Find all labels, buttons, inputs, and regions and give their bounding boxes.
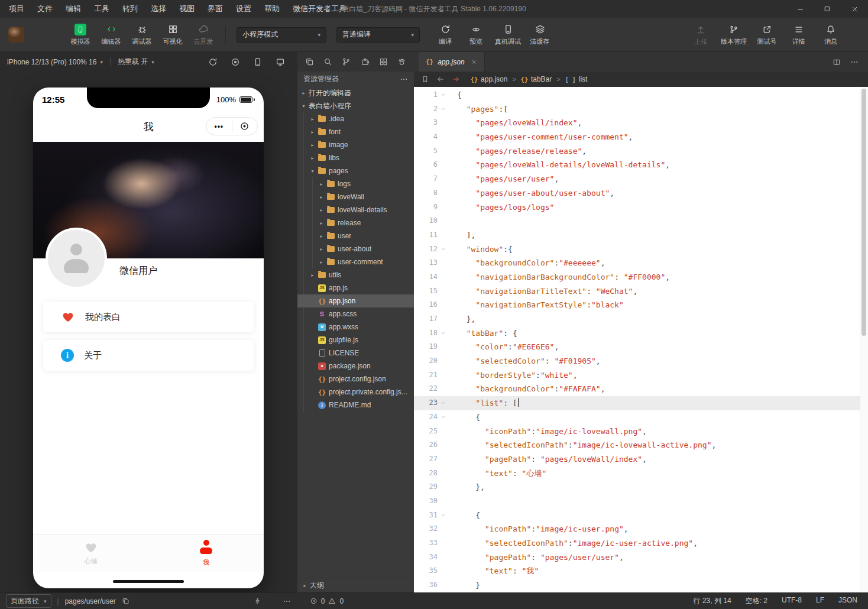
menu-item[interactable]: 项目 — [2, 0, 31, 18]
tab-app-json[interactable]: {} app.json — [419, 52, 485, 72]
file-item[interactable]: JSgulpfile.js — [297, 333, 414, 346]
file-item[interactable]: npackage.json — [297, 359, 414, 372]
code-line[interactable]: 25 "iconPath":"image/ic-lovewall.png", — [414, 425, 860, 439]
profile-avatar[interactable] — [46, 228, 107, 289]
paw-icon[interactable] — [397, 57, 406, 66]
code-line[interactable]: 7 "pages/user/user", — [414, 172, 860, 186]
editor-button[interactable]: 编辑器 — [98, 21, 125, 49]
code-line[interactable]: 6 "pages/loveWall-details/loveWall-detai… — [414, 158, 860, 172]
folder-item[interactable]: ▸user-about — [297, 242, 414, 255]
messages-button[interactable]: 消息 — [817, 21, 844, 49]
fold-toggle-icon[interactable] — [438, 88, 449, 102]
tab-me[interactable]: 我 — [148, 535, 264, 572]
menu-item[interactable]: 编辑 — [59, 0, 88, 18]
code-line[interactable]: 36 } — [414, 578, 860, 592]
file-item[interactable]: Wapp.wxss — [297, 320, 414, 333]
code-line[interactable]: 12 "window":{ — [414, 242, 860, 257]
code-line[interactable]: 27 "pagePath": "pages/loveWall/index", — [414, 452, 860, 467]
code-editor[interactable]: 1{2 "pages":[3 "pages/loveWall/index",4 … — [414, 87, 868, 592]
code-line[interactable]: 34 "pagePath": "pages/user/user", — [414, 550, 860, 565]
more-menu-icon[interactable]: ••• — [206, 122, 232, 131]
source-control-icon[interactable] — [342, 57, 351, 66]
code-line[interactable]: 8 "pages/user-about/user-about", — [414, 186, 860, 200]
folder-item[interactable]: ▸loveWall-details — [297, 203, 414, 216]
visual-button[interactable]: 可视化 — [159, 21, 186, 49]
cloud-dev-button[interactable]: 云开发 — [190, 21, 217, 49]
cursor-position[interactable]: 行 23, 列 14 — [694, 596, 731, 606]
code-line[interactable]: 32 "iconPath":"image/ic-user.png", — [414, 522, 860, 536]
device-select[interactable]: iPhone 12/13 (Pro) 100% 16 ▾ — [7, 58, 103, 66]
widgets-icon[interactable] — [379, 57, 388, 66]
folder-item[interactable]: ▾pages — [297, 164, 414, 177]
editor-more-icon[interactable] — [850, 58, 859, 66]
code-line[interactable]: 30 — [414, 494, 860, 508]
file-item[interactable]: Sapp.scss — [297, 307, 414, 320]
code-line[interactable]: 13 "backgroundColor":"#eeeeee", — [414, 256, 860, 270]
code-line[interactable]: 14 "navigationBarBackgroundColor": "#FF0… — [414, 270, 860, 284]
tree-section[interactable]: ▸打开的编辑器 — [297, 86, 414, 99]
folder-item[interactable]: ▸font — [297, 125, 414, 138]
copy-path-icon[interactable] — [122, 597, 129, 605]
menu-item[interactable]: 工具 — [88, 0, 116, 18]
folder-item[interactable]: ▸user-comment — [297, 255, 414, 268]
breadcrumb-item[interactable]: {}app.json — [471, 75, 507, 83]
folder-item[interactable]: ▸utils — [297, 268, 414, 281]
details-button[interactable]: 详情 — [785, 21, 812, 49]
code-line[interactable]: 26 "selectedIconPath":"image/ic-lovewall… — [414, 438, 860, 452]
bookmark-icon[interactable] — [421, 75, 429, 83]
record-icon[interactable] — [231, 57, 240, 67]
file-item[interactable]: {}project.private.config.js... — [297, 386, 414, 399]
folder-item[interactable]: ▸.idea — [297, 112, 414, 125]
menu-item[interactable]: 界面 — [201, 0, 229, 18]
tab-lovewall[interactable]: 心墙 — [33, 535, 148, 572]
menu-item[interactable]: 选择 — [144, 0, 173, 18]
navigate-forward-icon[interactable] — [452, 75, 460, 83]
code-line[interactable]: 4 "pages/user-comment/user-comment", — [414, 130, 860, 144]
folder-item[interactable]: ▸logs — [297, 177, 414, 190]
folder-item[interactable]: ▸release — [297, 216, 414, 229]
code-line[interactable]: 2 "pages":[ — [414, 102, 860, 116]
statusbar-more-icon[interactable] — [283, 597, 291, 605]
files-icon[interactable] — [305, 57, 314, 66]
fold-toggle-icon[interactable] — [438, 396, 449, 410]
menu-item[interactable]: 帮助 — [258, 0, 286, 18]
language-mode[interactable]: JSON — [838, 596, 857, 606]
code-line[interactable]: 9 "pages/logs/logs" — [414, 200, 860, 215]
code-line[interactable]: 1{ — [414, 88, 860, 102]
close-button[interactable] — [841, 0, 868, 18]
page-path-select[interactable]: 页面路径 ▾ — [6, 594, 51, 608]
file-item[interactable]: {}project.config.json — [297, 372, 414, 386]
upload-button[interactable]: 上传 — [687, 21, 714, 49]
close-tab-icon[interactable] — [471, 59, 477, 65]
breadcrumb-item[interactable]: [ ]list — [565, 75, 588, 83]
menu-item[interactable]: 视图 — [173, 0, 201, 18]
code-line[interactable]: 19 "color":"#E6E6E6", — [414, 340, 860, 354]
menu-card-my-confession[interactable]: 我的表白 — [43, 302, 254, 332]
code-line[interactable]: 22 "backgroundColor":"#FAFAFA", — [414, 382, 860, 396]
mode-select[interactable]: 小程序模式 ▾ — [237, 27, 326, 43]
tree-section[interactable]: ▾表白墙小程序 — [297, 99, 414, 112]
code-line[interactable]: 31 { — [414, 508, 860, 523]
code-line[interactable]: 16 "navigationBarTextStyle":"black" — [414, 298, 860, 312]
code-line[interactable]: 35 "text": "我" — [414, 564, 860, 578]
code-line[interactable]: 29 }, — [414, 480, 860, 494]
code-line[interactable]: 24 { — [414, 410, 860, 425]
file-item[interactable]: iREADME.md — [297, 399, 414, 412]
plugins-icon[interactable] — [361, 57, 370, 66]
file-item[interactable]: LICENSE — [297, 346, 414, 359]
compile-button[interactable]: 编译 — [432, 21, 459, 49]
indentation[interactable]: 空格: 2 — [746, 596, 767, 606]
version-control-button[interactable]: 版本管理 — [719, 21, 749, 49]
folder-item[interactable]: ▸user — [297, 229, 414, 242]
file-item[interactable]: JSapp.js — [297, 281, 414, 294]
code-line[interactable]: 5 "pages/release/release", — [414, 144, 860, 158]
preview-button[interactable]: 预览 — [462, 21, 490, 49]
exit-miniprogram-icon[interactable] — [232, 121, 258, 131]
code-line[interactable]: 28 "text": "心墙" — [414, 467, 860, 481]
explorer-more-icon[interactable] — [400, 75, 408, 83]
folder-item[interactable]: ▸image — [297, 138, 414, 151]
code-line[interactable]: 21 "borderStyle":"white", — [414, 368, 860, 383]
code-line[interactable]: 20 "selectedColor": "#F01905", — [414, 354, 860, 368]
fold-toggle-icon[interactable] — [438, 508, 449, 523]
simulator-button[interactable]: 模拟器 — [67, 21, 94, 49]
